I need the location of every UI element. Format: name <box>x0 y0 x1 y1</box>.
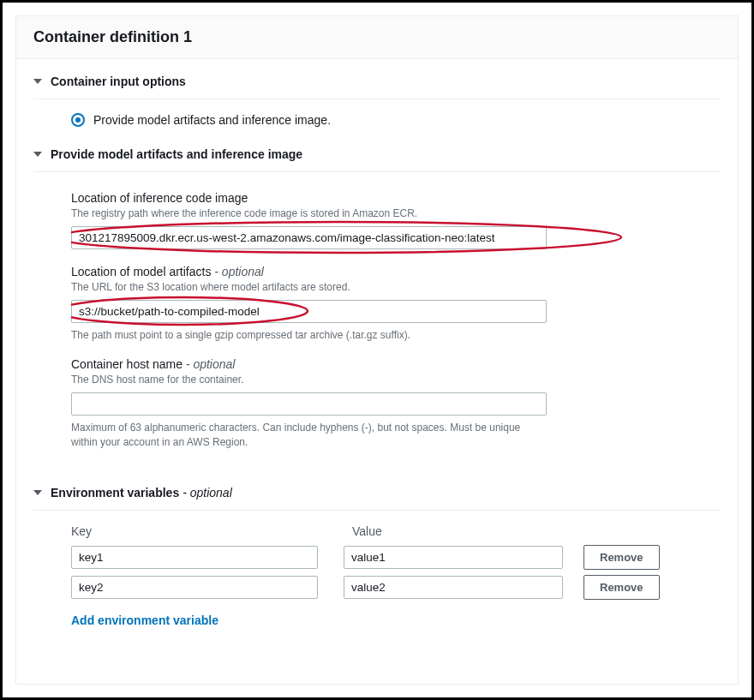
section-title: Provide model artifacts and inference im… <box>51 147 302 161</box>
container-definition-panel: Container definition 1 Container input o… <box>15 15 739 685</box>
col-header-key: Key <box>71 524 318 538</box>
help-model-artifacts: The URL for the S3 location where model … <box>71 280 721 295</box>
section-header-input-options[interactable]: Container input options <box>33 71 721 99</box>
section-env: Environment variables - optional Key Val… <box>16 470 738 633</box>
radio-provide-artifacts[interactable]: Provide model artifacts and inference im… <box>71 113 721 127</box>
label-inference-image: Location of inference code image <box>71 191 721 205</box>
col-header-value: Value <box>352 524 571 538</box>
section-title: Container input options <box>51 75 186 88</box>
chevron-down-icon <box>33 152 42 157</box>
section-title: Environment variables <box>51 486 179 500</box>
after-container-hostname: Maximum of 63 alphanumeric characters. C… <box>71 421 547 450</box>
panel-title: Container definition 1 <box>33 28 192 45</box>
after-model-artifacts: The path must point to a single gzip com… <box>71 328 721 343</box>
add-env-button[interactable]: Add environment variable <box>71 613 218 627</box>
input-model-artifacts[interactable] <box>71 300 547 323</box>
field-container-hostname: Container host name - optional The DNS h… <box>71 357 721 449</box>
field-model-artifacts: Location of model artifacts - optional T… <box>71 265 721 343</box>
label-model-artifacts: Location of model artifacts - optional <box>71 265 721 278</box>
section-body-provide: Location of inference code image The reg… <box>33 172 721 470</box>
env-row: Remove <box>71 545 721 570</box>
env-key-input[interactable] <box>71 546 318 569</box>
optional-label: - optional <box>183 486 232 500</box>
help-container-hostname: The DNS host name for the container. <box>71 373 721 387</box>
panel-header: Container definition 1 <box>16 16 738 59</box>
env-value-input[interactable] <box>344 576 563 599</box>
window-border: Container definition 1 Container input o… <box>0 0 754 700</box>
label-container-hostname: Container host name - optional <box>71 357 721 371</box>
section-body-input-options: Provide model artifacts and inference im… <box>33 99 721 132</box>
help-inference-image: The registry path where the inference co… <box>71 206 721 221</box>
remove-button[interactable]: Remove <box>583 545 660 570</box>
input-container-hostname[interactable] <box>71 392 547 416</box>
section-body-env: Key Value Remove Remove Add environment … <box>33 511 721 633</box>
env-row: Remove <box>71 575 721 600</box>
section-provide: Provide model artifacts and inference im… <box>16 132 738 470</box>
input-inference-image[interactable] <box>71 226 547 249</box>
env-columns-header: Key Value <box>71 524 721 538</box>
radio-icon <box>71 113 85 127</box>
remove-button[interactable]: Remove <box>583 575 660 600</box>
env-value-input[interactable] <box>344 546 563 569</box>
section-header-provide[interactable]: Provide model artifacts and inference im… <box>33 144 721 172</box>
radio-label: Provide model artifacts and inference im… <box>93 113 331 127</box>
section-header-env[interactable]: Environment variables - optional <box>33 482 721 511</box>
section-input-options: Container input options Provide model ar… <box>16 59 738 132</box>
env-key-input[interactable] <box>71 576 318 599</box>
chevron-down-icon <box>33 490 42 495</box>
field-inference-image: Location of inference code image The reg… <box>71 191 721 249</box>
chevron-down-icon <box>33 79 42 84</box>
